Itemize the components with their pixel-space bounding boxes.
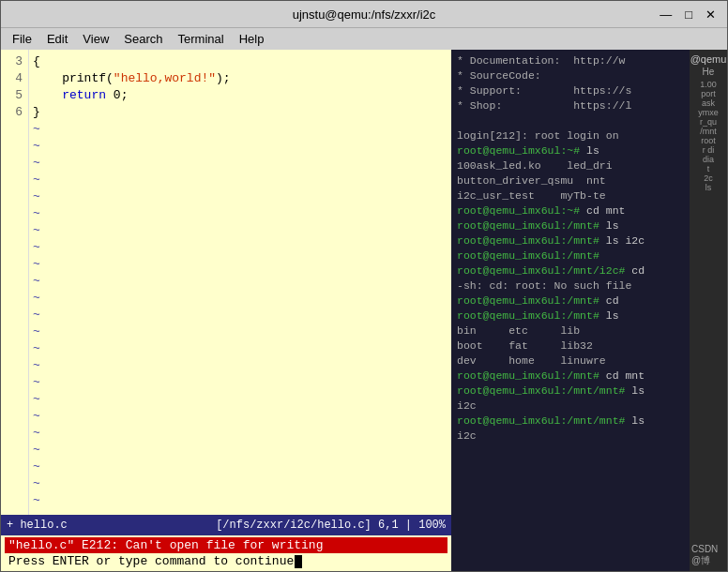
term-line-10: i2c_usr_test myTb-te bbox=[457, 188, 684, 203]
cmdline-press-line: Press ENTER or type command to continue bbox=[5, 553, 447, 569]
tilde-16: ~ bbox=[33, 374, 447, 391]
tilde-3: ~ bbox=[33, 155, 447, 172]
terminal-pane[interactable]: * Documentation: http://w * SourceCode: … bbox=[451, 50, 690, 571]
titlebar: ujnstu@qemu:/nfs/zxxr/i2c — □ ✕ bbox=[1, 1, 727, 27]
sidebar-item-3: ask bbox=[702, 98, 715, 108]
tilde-14: ~ bbox=[33, 340, 447, 357]
sidebar-item-7: root bbox=[701, 136, 716, 145]
tilde-5: ~ bbox=[33, 188, 447, 205]
sidebar-sub-label: He bbox=[703, 67, 715, 77]
sidebar-item-9: dia bbox=[703, 155, 714, 164]
term-line-19: bin etc lib bbox=[457, 324, 684, 339]
tilde-2: ~ bbox=[33, 138, 447, 155]
menu-view[interactable]: View bbox=[75, 30, 116, 48]
tilde-9: ~ bbox=[33, 256, 447, 273]
menu-edit[interactable]: Edit bbox=[39, 30, 75, 48]
cmdline-error-line: "hello.c" E212: Can't open file for writ… bbox=[5, 537, 447, 553]
tilde-19: ~ bbox=[33, 425, 447, 442]
sidebar-item-12: ls bbox=[705, 183, 712, 192]
term-line-1: * Documentation: http://w bbox=[457, 53, 684, 68]
term-line-20: boot fat lib32 bbox=[457, 339, 684, 354]
term-line-23: root@qemu_imx6ul:/mnt/mnt# ls bbox=[457, 384, 684, 399]
vim-statusbar: + hello.c [/nfs/zxxr/i2c/hello.c] 6,1 | … bbox=[1, 515, 451, 535]
term-line-4: * Shop: https://l bbox=[457, 98, 684, 113]
tilde-10: ~ bbox=[33, 273, 447, 290]
main-window: ujnstu@qemu:/nfs/zxxr/i2c — □ ✕ File Edi… bbox=[0, 0, 728, 572]
tilde-15: ~ bbox=[33, 357, 447, 374]
code-line-6: } bbox=[33, 104, 447, 121]
editor-pane: 3 4 5 6 ~ ~ ~ ~ ~ ~ ~ ~ ~ ~ ~ ~ bbox=[1, 50, 451, 571]
tilde-1: ~ bbox=[33, 121, 447, 138]
menu-help[interactable]: Help bbox=[232, 30, 272, 48]
tilde-12: ~ bbox=[33, 307, 447, 324]
term-line-24: i2c bbox=[457, 399, 684, 414]
code-line-3: { bbox=[33, 53, 447, 70]
line-numbers: 3 4 5 6 ~ ~ ~ ~ ~ ~ ~ ~ ~ ~ ~ ~ bbox=[1, 50, 29, 515]
csdn-label: CSDN @博 bbox=[691, 544, 725, 567]
term-line-6: login[212]: root login on bbox=[457, 128, 684, 143]
term-line-8: 100ask_led.ko led_dri bbox=[457, 158, 684, 173]
tilde-7: ~ bbox=[33, 222, 447, 239]
menubar: File Edit View Search Terminal Help bbox=[1, 27, 727, 50]
tilde-6: ~ bbox=[33, 205, 447, 222]
term-line-9: button_driver_qsmu nnt bbox=[457, 173, 684, 188]
cursor bbox=[295, 555, 302, 568]
tilde-20: ~ bbox=[33, 442, 447, 459]
tilde-21: ~ bbox=[33, 459, 447, 475]
term-line-2: * SourceCode: bbox=[457, 68, 684, 83]
term-line-17: root@qemu_imx6ul:/mnt# cd bbox=[457, 294, 684, 309]
menu-file[interactable]: File bbox=[5, 30, 39, 48]
term-line-26: i2c bbox=[457, 429, 684, 444]
sidebar-item-1: 1.00 bbox=[700, 80, 717, 89]
term-line-16: -sh: cd: root: No such file bbox=[457, 278, 684, 294]
tilde-8: ~ bbox=[33, 239, 447, 256]
tilde-18: ~ bbox=[33, 408, 447, 425]
term-line-18: root@qemu_imx6ul:/mnt# ls bbox=[457, 309, 684, 324]
cmdline-press-text: Press ENTER or type command to continue bbox=[8, 554, 294, 568]
tilde-13: ~ bbox=[33, 324, 447, 340]
term-line-7: root@qemu_imx6ul:~# ls bbox=[457, 143, 684, 158]
sidebar-top-label: @qemu bbox=[690, 53, 727, 65]
term-line-3: * Support: https://s bbox=[457, 83, 684, 98]
sidebar-item-10: t bbox=[707, 164, 710, 173]
minimize-button[interactable]: — bbox=[656, 8, 675, 22]
main-content: 3 4 5 6 ~ ~ ~ ~ ~ ~ ~ ~ ~ ~ ~ ~ bbox=[1, 50, 727, 571]
window-controls: — □ ✕ bbox=[656, 8, 720, 22]
window-title: ujnstu@qemu:/nfs/zxxr/i2c bbox=[293, 8, 436, 22]
close-button[interactable]: ✕ bbox=[702, 8, 720, 22]
code-line-5: return 0; bbox=[33, 87, 447, 104]
tilde-11: ~ bbox=[33, 290, 447, 307]
tilde-23: ~ bbox=[33, 492, 447, 509]
term-line-13: root@qemu_imx6ul:/mnt# ls i2c bbox=[457, 233, 684, 248]
sidebar-item-8: r di bbox=[703, 145, 715, 155]
menu-search[interactable]: Search bbox=[116, 30, 170, 48]
term-line-22: root@qemu_imx6ul:/mnt# cd mnt bbox=[457, 369, 684, 384]
cmdline-area: "hello.c" E212: Can't open file for writ… bbox=[1, 535, 451, 571]
sidebar-item-4: ymxe bbox=[698, 108, 719, 117]
maximize-button[interactable]: □ bbox=[681, 8, 696, 22]
sidebar-item-5: r_qu bbox=[700, 117, 717, 127]
term-line-11: root@qemu_imx6ul:~# cd mnt bbox=[457, 203, 684, 218]
statusbar-position: [/nfs/zxxr/i2c/hello.c] 6,1 | 100% bbox=[216, 519, 446, 532]
editor-content: 3 4 5 6 ~ ~ ~ ~ ~ ~ ~ ~ ~ ~ ~ ~ bbox=[1, 50, 451, 515]
sidebar-item-11: 2c bbox=[704, 173, 713, 183]
tilde-17: ~ bbox=[33, 391, 447, 408]
sidebar-item-6: /mnt bbox=[700, 127, 717, 136]
term-line-5 bbox=[457, 113, 684, 128]
term-line-21: dev home linuwre bbox=[457, 354, 684, 369]
right-sidebar: @qemu He 1.00 port ask ymxe r_qu /mnt ro… bbox=[690, 50, 727, 571]
term-line-15: root@qemu_imx6ul:/mnt/i2c# cd bbox=[457, 263, 684, 278]
term-line-25: root@qemu_imx6ul:/mnt/mnt# ls bbox=[457, 414, 684, 429]
tilde-22: ~ bbox=[33, 475, 447, 492]
menu-terminal[interactable]: Terminal bbox=[171, 30, 232, 48]
tilde-4: ~ bbox=[33, 172, 447, 188]
code-line-4: printf("hello,world!"); bbox=[33, 70, 447, 87]
sidebar-item-2: port bbox=[701, 89, 716, 98]
term-line-12: root@qemu_imx6ul:/mnt# ls bbox=[457, 218, 684, 233]
code-area[interactable]: { printf("hello,world!"); return 0; } ~ … bbox=[29, 50, 451, 515]
statusbar-filename: + hello.c bbox=[7, 519, 68, 532]
term-line-14: root@qemu_imx6ul:/mnt# bbox=[457, 248, 684, 263]
